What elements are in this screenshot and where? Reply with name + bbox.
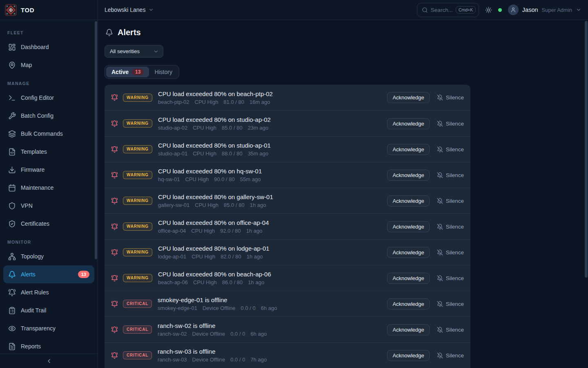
theme-toggle-button[interactable] <box>485 7 492 13</box>
acknowledge-button[interactable]: Acknowledge <box>387 298 429 310</box>
tab-history[interactable]: History <box>149 67 178 77</box>
alert-row[interactable]: WARNING CPU load exceeded 80% on studio-… <box>105 136 470 162</box>
alert-row[interactable]: CRITICAL smokey-edge-01 is offline smoke… <box>105 291 470 316</box>
sidebar-item-transparency[interactable]: Transparency <box>3 319 94 337</box>
main-scrollbar[interactable] <box>585 21 588 278</box>
alert-title: ranch-sw-02 is offline <box>158 322 267 329</box>
severity-badge: CRITICAL <box>123 351 152 359</box>
silence-button[interactable]: Silence <box>437 249 464 256</box>
alert-time: 16m ago <box>249 99 270 105</box>
sidebar-item-templates[interactable]: Templates <box>3 143 94 161</box>
alert-value: 0.0 / 0 <box>230 331 245 337</box>
layers-icon <box>8 130 16 138</box>
sidebar-item-vpn[interactable]: VPN <box>3 197 94 215</box>
alert-meta: beach-ptp-02 CPU High 81.0 / 80 16m ago <box>158 99 273 105</box>
tod-logo-icon <box>5 4 17 16</box>
sidebar-collapse-button[interactable] <box>0 354 98 368</box>
alert-rule: Device Offline <box>192 357 225 363</box>
sidebar-item-maintenance[interactable]: Maintenance <box>3 179 94 197</box>
alert-row[interactable]: CRITICAL ranch-sw-02 is offline ranch-sw… <box>105 316 470 342</box>
alert-value: 0.0 / 0 <box>230 357 245 363</box>
alerts-tabs: Active 13 History <box>105 65 179 79</box>
silence-label: Silence <box>446 327 464 333</box>
alert-meta: smokey-edge-01 Device Offline 0.0 / 0 6h… <box>158 305 277 311</box>
alert-actions: Acknowledge Silence <box>387 170 464 181</box>
sidebar-item-label: Batch Config <box>21 112 53 119</box>
alert-time: 6h ago <box>250 331 267 337</box>
alert-rule: CPU High <box>192 254 215 260</box>
silence-button[interactable]: Silence <box>437 352 464 359</box>
alert-rule: CPU High <box>193 125 216 131</box>
sidebar-item-label: Maintenance <box>21 184 53 191</box>
sidebar-item-dashboard[interactable]: Dashboard <box>3 38 94 56</box>
sidebar-item-topology[interactable]: Topology <box>3 247 94 265</box>
dashboard-icon <box>8 43 16 51</box>
alert-text: smokey-edge-01 is offline smokey-edge-01… <box>158 296 277 311</box>
alert-row[interactable]: WARNING CPU load exceeded 80% on beach-a… <box>105 265 470 291</box>
silence-button[interactable]: Silence <box>437 275 464 281</box>
tab-active[interactable]: Active 13 <box>106 67 149 77</box>
silence-button[interactable]: Silence <box>437 146 464 153</box>
alert-row[interactable]: WARNING CPU load exceeded 80% on beach-p… <box>105 85 470 110</box>
severity-badge: WARNING <box>123 171 152 179</box>
alert-text: CPU load exceeded 80% on office-ap-04 of… <box>158 219 269 234</box>
acknowledge-button[interactable]: Acknowledge <box>387 273 429 284</box>
alert-time: 6h ago <box>261 305 277 311</box>
alert-text: CPU load exceeded 80% on hq-sw-01 hq-sw-… <box>158 168 262 182</box>
alert-time: 1h ago <box>247 254 263 260</box>
sidebar-scrollbar[interactable] <box>95 21 97 259</box>
sidebar-item-batch-config[interactable]: Batch Config <box>3 107 94 125</box>
download-icon <box>8 166 16 174</box>
sidebar-item-alert-rules[interactable]: Alert Rules <box>3 283 94 301</box>
user-menu[interactable]: Jason Super Admin <box>508 4 581 15</box>
alert-row[interactable]: WARNING CPU load exceeded 80% on gallery… <box>105 188 470 213</box>
user-icon <box>510 7 516 13</box>
acknowledge-button[interactable]: Acknowledge <box>387 350 429 361</box>
acknowledge-button[interactable]: Acknowledge <box>387 144 429 155</box>
sidebar-item-reports[interactable]: Reports <box>3 337 94 354</box>
org-switcher[interactable]: Lebowski Lanes <box>105 7 154 13</box>
sidebar-item-certificates[interactable]: Certificates <box>3 215 94 233</box>
sidebar-item-audit-trail[interactable]: Audit Trail <box>3 301 94 319</box>
sidebar-item-bulk-commands[interactable]: Bulk Commands <box>3 125 94 143</box>
alert-text: CPU load exceeded 80% on lodge-ap-01 lod… <box>158 245 270 260</box>
alert-row[interactable]: WARNING CPU load exceeded 80% on office-… <box>105 213 470 239</box>
alert-time: 7h ago <box>250 357 267 363</box>
alert-row[interactable]: WARNING CPU load exceeded 80% on lodge-a… <box>105 239 470 265</box>
acknowledge-button[interactable]: Acknowledge <box>387 324 429 335</box>
alert-rule: CPU High <box>195 202 218 208</box>
silence-button[interactable]: Silence <box>437 121 464 127</box>
alert-row[interactable]: WARNING CPU load exceeded 80% on studio-… <box>105 110 470 136</box>
sidebar-item-map[interactable]: Map <box>3 56 94 74</box>
alert-title: CPU load exceeded 80% on studio-ap-02 <box>158 116 271 123</box>
silence-button[interactable]: Silence <box>437 301 464 307</box>
silence-button[interactable]: Silence <box>437 94 464 101</box>
chevron-left-icon <box>46 358 52 364</box>
tab-history-label: History <box>154 69 172 75</box>
acknowledge-button[interactable]: Acknowledge <box>387 118 429 129</box>
severity-filter-select[interactable]: All severities <box>105 45 163 58</box>
alert-row[interactable]: WARNING CPU load exceeded 80% on hq-sw-0… <box>105 162 470 188</box>
alert-title: smokey-edge-01 is offline <box>158 296 277 303</box>
acknowledge-button[interactable]: Acknowledge <box>387 247 429 258</box>
search-input[interactable]: Search... Cmd+K <box>417 3 479 17</box>
acknowledge-button[interactable]: Acknowledge <box>387 195 429 206</box>
alert-rule: Device Offline <box>192 331 225 337</box>
acknowledge-button[interactable]: Acknowledge <box>387 221 429 232</box>
sidebar-item-firmware[interactable]: Firmware <box>3 161 94 179</box>
acknowledge-button[interactable]: Acknowledge <box>387 92 429 103</box>
silence-button[interactable]: Silence <box>437 224 464 230</box>
sidebar-item-label: Bulk Commands <box>21 130 63 137</box>
map-pin-icon <box>8 61 16 69</box>
sidebar-item-config-editor[interactable]: Config Editor <box>3 89 94 107</box>
bell-ring-icon <box>111 197 118 204</box>
alerts-page: Alerts All severities Active 13 History … <box>98 20 588 368</box>
alert-row[interactable]: CRITICAL ranch-sw-03 is offline ranch-sw… <box>105 342 470 368</box>
sidebar-item-alerts[interactable]: Alerts 13 <box>3 265 94 283</box>
silence-button[interactable]: Silence <box>437 327 464 333</box>
tab-active-count-badge: 13 <box>132 69 144 75</box>
sidebar-section-items: Config Editor Batch Config Bulk Commands… <box>0 89 98 233</box>
silence-button[interactable]: Silence <box>437 172 464 178</box>
acknowledge-button[interactable]: Acknowledge <box>387 170 429 181</box>
silence-button[interactable]: Silence <box>437 198 464 204</box>
